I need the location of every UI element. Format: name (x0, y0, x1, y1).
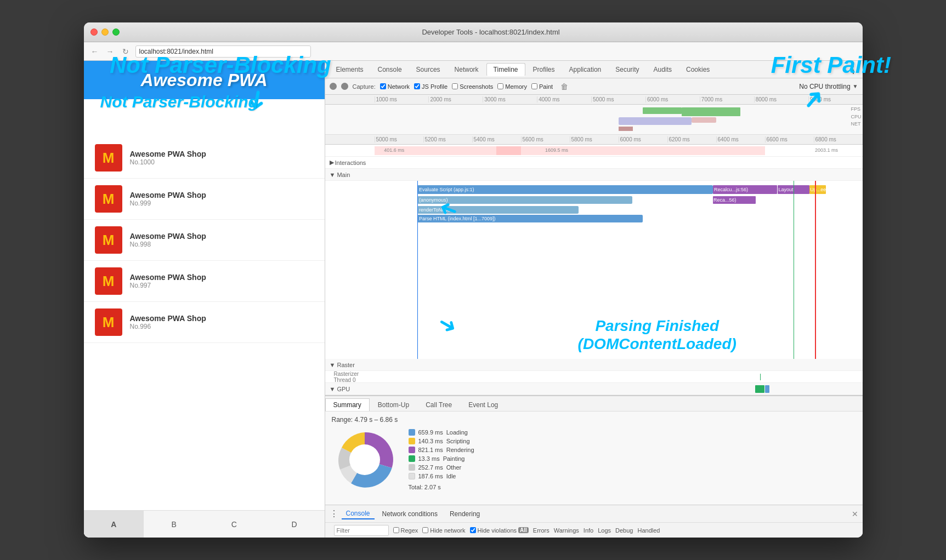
refresh-button[interactable]: ↻ (120, 46, 131, 57)
screenshots-checkbox-item: Screenshots (452, 83, 493, 90)
tab-console[interactable]: Console (371, 64, 409, 76)
trash-icon[interactable]: 🗑 (560, 82, 568, 91)
timeline-area: 1000 ms 2000 ms 3000 ms 4000 ms 5000 ms … (325, 95, 863, 395)
memory-label: Memory (505, 83, 527, 90)
regex-checkbox[interactable] (393, 527, 399, 533)
window-title: Developer Tools - localhost:8021/index.h… (126, 28, 856, 36)
tab-security[interactable]: Security (609, 64, 645, 76)
logs-label[interactable]: Logs (598, 527, 611, 534)
network-checkbox[interactable] (380, 83, 386, 89)
shop-number: No.999 (130, 199, 206, 207)
js-profile-checkbox-item: JS Profile (414, 83, 447, 90)
evaluate-script-bar[interactable]: Evaluate Script (app.js:1) (417, 185, 713, 194)
traffic-lights (90, 28, 120, 36)
loading-legend: 659.9 ms Loading (409, 429, 474, 436)
shop-logo: M (95, 267, 122, 295)
cpu-throttle-label: No CPU throttling (799, 83, 850, 90)
hide-network-label: Hide network (430, 527, 465, 534)
tab-profiles[interactable]: Profiles (526, 64, 562, 76)
js-profile-checkbox[interactable] (414, 83, 420, 89)
summary-content: Range: 4.79 s – 6.86 s (325, 412, 863, 505)
list-item[interactable]: M Awesome PWA Shop No.999 (84, 179, 325, 220)
other-label: Other (446, 464, 462, 471)
rendering-tab-button[interactable]: Rendering (445, 509, 484, 519)
tab-b[interactable]: B (144, 511, 204, 538)
ruler-tick: 6000 ms (645, 96, 700, 102)
reca56-bar[interactable]: Reca...56) (713, 196, 756, 204)
tab-c[interactable]: C (204, 511, 264, 538)
debug-label[interactable]: Debug (615, 527, 633, 534)
gpu-green-bar (755, 385, 765, 393)
anonymous-bar[interactable]: (anonymous) (417, 196, 632, 204)
render-to-node-bar[interactable]: renderToNode (417, 206, 579, 214)
bottom-up-tab[interactable]: Bottom-Up (370, 398, 417, 411)
clear-button[interactable] (341, 83, 348, 90)
back-button[interactable]: ← (89, 46, 100, 57)
close-console-icon[interactable]: ✕ (852, 510, 858, 518)
list-item[interactable]: M Awesome PWA Shop No.996 (84, 302, 325, 343)
loading-value: 659.9 ms (418, 429, 443, 436)
svg-point-0 (341, 83, 348, 90)
tab-network[interactable]: Network (448, 64, 485, 76)
cpu-throttle-dropdown[interactable]: No CPU throttling ▼ (799, 83, 858, 90)
console-more-icon[interactable]: ⋮ (330, 508, 338, 519)
blue-dashed-line (417, 181, 418, 359)
browser-viewport: Awesome PWA Not Parser-Blocking M Awesom… (84, 61, 325, 538)
minimize-button[interactable] (101, 28, 109, 36)
tab-cookies[interactable]: Cookies (679, 64, 716, 76)
hide-network-checkbox-item: Hide network (422, 527, 465, 534)
screenshots-checkbox[interactable] (452, 83, 458, 89)
recalculate-bar[interactable]: Recalcu...js:56) (713, 185, 778, 194)
event-log-tab[interactable]: Event Log (460, 398, 506, 411)
other-value: 252.7 ms (418, 464, 443, 471)
idle-color (409, 473, 415, 479)
rendering-color (409, 447, 415, 453)
hide-violations-checkbox[interactable] (470, 527, 476, 533)
tab-a[interactable]: A (84, 511, 144, 538)
paint-label: Paint (539, 83, 553, 90)
address-input[interactable] (135, 45, 311, 58)
tab-sources[interactable]: Sources (410, 64, 447, 76)
console-tab-button[interactable]: Console (342, 508, 375, 519)
list-item[interactable]: M Awesome PWA Shop No.997 (84, 261, 325, 302)
network-conditions-tab-button[interactable]: Network conditions (378, 509, 442, 519)
tab-d[interactable]: D (264, 511, 325, 538)
more-options-icon[interactable]: ⋮ (848, 64, 858, 76)
errors-label[interactable]: Errors (533, 527, 550, 534)
handled-label[interactable]: Handled (637, 527, 660, 534)
gpu-row: ▼ GPU (325, 383, 863, 395)
list-item[interactable]: M Awesome PWA Shop No.998 (84, 220, 325, 261)
info-label[interactable]: Info (584, 527, 593, 534)
call-tree-tab[interactable]: Call Tree (417, 398, 460, 411)
parse-html-bar[interactable]: Parse HTML (index.html [1...7009]) (417, 215, 643, 222)
capture-label: Capture: (353, 83, 376, 90)
list-item[interactable]: M Awesome PWA Shop No.1000 (84, 138, 325, 179)
record-button[interactable] (330, 83, 337, 90)
summary-tab[interactable]: Summary (325, 398, 370, 411)
idle-label: Idle (446, 473, 456, 479)
tab-application[interactable]: Application (563, 64, 608, 76)
update-bar[interactable]: Up...ee (809, 185, 825, 194)
warnings-label[interactable]: Warnings (554, 527, 579, 534)
memory-checkbox-item: Memory (497, 83, 527, 90)
tab-elements[interactable]: Elements (330, 64, 370, 76)
memory-checkbox[interactable] (497, 83, 503, 89)
pwa-header-text: Awesome PWA (140, 70, 267, 90)
ruler-tick: 7000 ms (700, 96, 754, 102)
timing-1609-label: 1609.5 ms (545, 147, 568, 153)
console-bar: ⋮ Console Network conditions Rendering ✕ (325, 505, 863, 522)
tab-timeline[interactable]: Timeline (486, 63, 525, 76)
ruler-tick: 4000 ms (537, 96, 591, 102)
gpu-blue-bar (765, 385, 770, 393)
forward-button[interactable]: → (105, 46, 116, 57)
close-button[interactable] (90, 28, 98, 36)
maximize-button[interactable] (112, 28, 120, 36)
timing-401-label: 401.6 ms (384, 147, 404, 153)
paint-checkbox[interactable] (531, 83, 537, 89)
shop-info: Awesome PWA Shop No.1000 (130, 150, 206, 166)
rendering-label: Rendering (446, 447, 474, 453)
hide-network-checkbox[interactable] (422, 527, 428, 533)
tab-audits[interactable]: Audits (647, 64, 678, 76)
filter-input[interactable] (334, 525, 389, 536)
shop-name: Awesome PWA Shop (130, 232, 206, 241)
